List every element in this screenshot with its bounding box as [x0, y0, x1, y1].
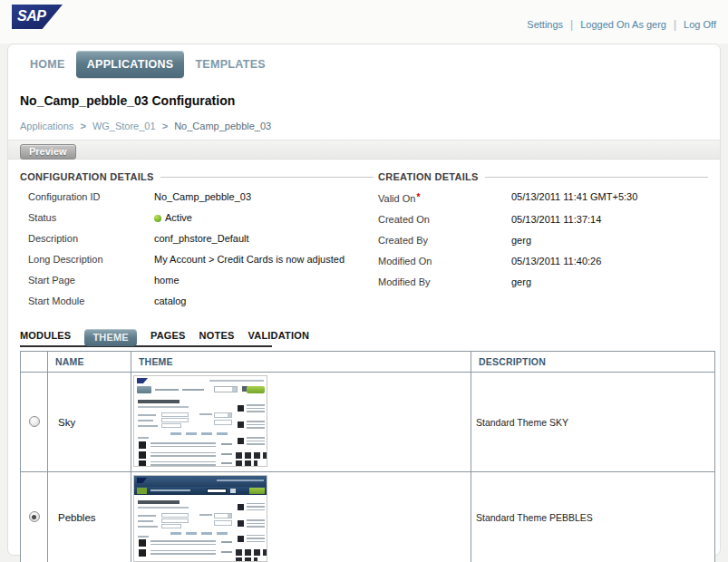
sap-logo-text: SAP	[17, 8, 45, 24]
field-value: gerg	[511, 276, 531, 288]
thumb-decor	[236, 549, 267, 556]
field-description: Description conf_phstore_Default	[20, 233, 374, 245]
breadcrumb-current: No_Camp_pebble_03	[174, 121, 271, 131]
field-label: Configuration ID	[28, 191, 154, 203]
main-navigation-tabs: HOME APPLICATIONS TEMPLATES	[8, 44, 720, 79]
thumb-decor	[199, 514, 212, 516]
tab-notes[interactable]: NOTES	[199, 330, 235, 341]
thumb-decor	[138, 414, 156, 416]
breadcrumb-separator: >	[162, 121, 168, 131]
thumb-product-row	[138, 441, 232, 450]
thumb-decor	[161, 418, 189, 422]
toolbar: Preview	[8, 140, 720, 160]
thumb-decor	[161, 518, 189, 523]
thumb-sidebar-box	[236, 533, 266, 547]
configuration-details-heading-text: CONFIGURATION DETAILS	[20, 171, 154, 182]
preview-button[interactable]: Preview	[20, 144, 76, 160]
header-link-separator: |	[570, 18, 573, 31]
thumb-decor	[134, 476, 267, 487]
tab-theme[interactable]: THEME	[84, 329, 137, 346]
theme-name-sky: Sky	[48, 373, 131, 472]
thumb-decor	[217, 480, 264, 481]
thumb-sidebar-box	[236, 518, 266, 531]
creation-details-section: CREATION DETAILS Valid On* 05/13/2011 11…	[374, 171, 708, 307]
thumb-sidebar-box	[236, 501, 266, 515]
breadcrumb-wg-store[interactable]: WG_Store_01	[92, 121, 156, 131]
field-value: catalog	[154, 296, 186, 307]
theme-description-sky: Standard Theme SKY	[471, 373, 715, 472]
field-value: home	[154, 275, 180, 286]
field-long-description: Long Description My Account > Credit Car…	[20, 254, 374, 266]
thumb-product-row	[138, 451, 232, 460]
thumb-decor	[236, 460, 257, 466]
thumb-product-row	[138, 539, 232, 547]
field-label: Long Description	[28, 254, 154, 266]
field-label: Created On	[378, 214, 511, 226]
logged-on-as-link[interactable]: Logged On As gerg	[580, 19, 666, 30]
thumb-decor	[138, 526, 158, 528]
sky-theme-thumbnail	[133, 375, 267, 467]
required-marker: *	[416, 192, 420, 202]
status-active-icon	[154, 215, 161, 222]
header-links: Settings | Logged On As gerg | Log Off	[527, 18, 716, 31]
thumb-decor	[182, 389, 204, 391]
field-start-page: Start Page home	[20, 275, 374, 286]
thumb-decor	[207, 489, 227, 493]
field-label: Start Module	[28, 296, 154, 307]
sap-logo: SAP	[12, 5, 63, 29]
detail-tabs: MODULES THEME PAGES NOTES VALIDATION	[20, 329, 272, 347]
tab-pages[interactable]: PAGES	[150, 330, 186, 341]
theme-radio-sky[interactable]	[29, 416, 40, 427]
thumb-decor	[138, 406, 189, 408]
thumb-decor	[137, 386, 151, 393]
thumb-decor	[138, 437, 149, 439]
pebbles-theme-thumbnail	[133, 475, 267, 562]
thumb-decor	[150, 489, 190, 491]
settings-link[interactable]: Settings	[527, 19, 563, 30]
tab-templates[interactable]: TEMPLATES	[184, 51, 276, 78]
tab-modules[interactable]: MODULES	[20, 330, 71, 341]
column-header-description: DESCRIPTION	[471, 352, 715, 373]
field-status: Status Active	[20, 212, 374, 224]
theme-radio-pebbles[interactable]	[29, 511, 40, 522]
breadcrumb: Applications > WG_Store_01 > No_Camp_peb…	[20, 121, 720, 131]
page-title: No_Camp_pebble_03 Configuration	[20, 93, 720, 108]
thumb-green-button	[249, 488, 265, 494]
log-off-link[interactable]: Log Off	[684, 19, 716, 30]
theme-description-pebbles: Standard Theme PEBBLES	[471, 472, 715, 562]
breadcrumb-separator: >	[80, 121, 85, 131]
header-link-separator: |	[674, 18, 676, 31]
field-valid-on: Valid On* 05/13/2011 11:41 GMT+5:30	[378, 191, 708, 205]
tab-home[interactable]: HOME	[19, 51, 76, 78]
thumb-decor	[155, 389, 179, 391]
theme-name-pebbles: Pebbles	[48, 472, 131, 562]
configuration-details-section: CONFIGURATION DETAILS Configuration ID N…	[20, 171, 374, 307]
thumb-decor	[161, 524, 181, 528]
field-modified-on: Modified On 05/13/2011 11:40:26	[378, 256, 708, 267]
table-row-pebbles: Pebbles	[21, 472, 715, 562]
thumb-decor	[209, 380, 264, 382]
theme-table: NAME THEME DESCRIPTION Sky	[20, 351, 715, 562]
top-header: SAP Settings | Logged On As gerg | Log O…	[0, 0, 728, 44]
tab-applications[interactable]: APPLICATIONS	[76, 51, 185, 78]
thumb-decor	[161, 412, 189, 417]
thumb-decor	[138, 536, 149, 538]
thumb-sap-logo	[137, 378, 148, 383]
thumb-decor	[214, 412, 232, 418]
tab-validation[interactable]: VALIDATION	[248, 330, 310, 341]
field-value: No_Camp_pebble_03	[154, 191, 251, 203]
theme-table-header-row: NAME THEME DESCRIPTION	[21, 352, 715, 373]
thumb-decor	[161, 513, 189, 518]
breadcrumb-applications[interactable]: Applications	[20, 121, 73, 131]
thumb-decor	[138, 420, 153, 422]
heading-rule	[160, 177, 374, 178]
field-value: 05/13/2011 11:40:26	[511, 256, 601, 267]
field-value: 05/13/2011 11:41 GMT+5:30	[511, 191, 637, 205]
thumb-decor	[137, 488, 147, 494]
field-label: Modified On	[378, 256, 511, 267]
thumb-decor	[138, 507, 189, 509]
field-value: Active	[154, 212, 192, 224]
thumb-decor	[214, 513, 232, 518]
field-value: conf_phstore_Default	[154, 233, 249, 245]
thumb-decor	[236, 557, 257, 562]
